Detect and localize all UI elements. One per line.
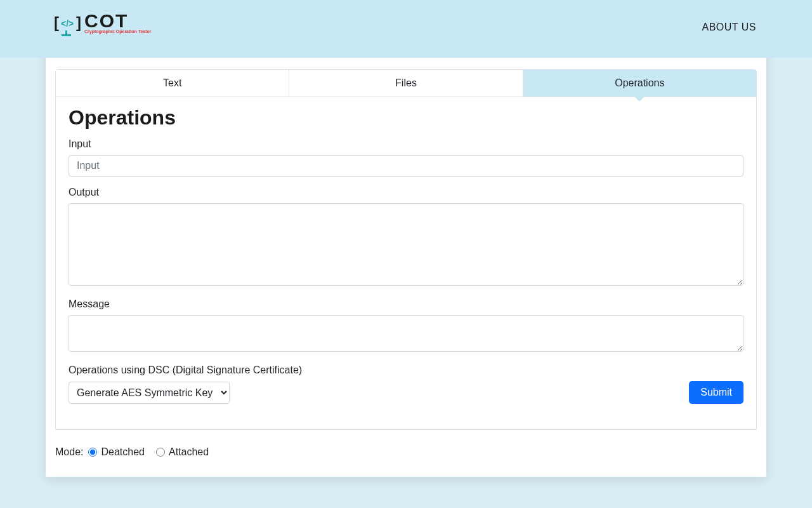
submit-button[interactable]: Submit [689, 381, 743, 404]
output-group: Output [69, 187, 743, 288]
svg-rect-4 [62, 34, 71, 36]
radio-detached-input[interactable] [88, 448, 97, 457]
operations-group: Operations using DSC (Digital Signature … [69, 364, 743, 404]
page-heading: Operations [69, 106, 743, 130]
output-field[interactable] [69, 203, 743, 286]
svg-text:[: [ [54, 14, 59, 31]
operations-label: Operations using DSC (Digital Signature … [69, 364, 743, 376]
radio-attached-input[interactable] [156, 448, 165, 457]
radio-detached[interactable]: Deatched [88, 446, 145, 458]
mode-label: Mode: [55, 446, 83, 458]
mode-row: Mode: Deatched Attached [55, 446, 757, 458]
header: [ </> ] COT Cryptographic Operation Test… [0, 0, 812, 58]
output-label: Output [69, 187, 743, 198]
radio-attached-label: Attached [169, 446, 209, 458]
tab-operations[interactable]: Operations [523, 70, 756, 97]
message-group: Message [69, 298, 743, 354]
radio-detached-label: Deatched [101, 446, 145, 458]
tab-text[interactable]: Text [56, 70, 289, 97]
logo-sub-text: Cryptographic Operation Tester [84, 29, 151, 34]
logo[interactable]: [ </> ] COT Cryptographic Operation Test… [54, 11, 151, 39]
input-label: Input [69, 138, 743, 150]
message-label: Message [69, 298, 743, 310]
operations-select[interactable]: Generate AES Symmetric Key [69, 382, 230, 404]
tab-content: Operations Input Output Message Operatio… [55, 97, 757, 430]
tabs: Text Files Operations [55, 69, 757, 97]
radio-attached[interactable]: Attached [156, 446, 209, 458]
tab-files[interactable]: Files [289, 70, 523, 97]
svg-rect-3 [65, 30, 67, 34]
svg-text:]: ] [76, 14, 81, 31]
logo-icon: [ </> ] [54, 11, 82, 39]
svg-text:</>: </> [61, 18, 74, 29]
logo-main-text: COT [84, 11, 151, 30]
input-group: Input [69, 138, 743, 177]
main-card: Text Files Operations Operations Input O… [46, 49, 766, 477]
nav-about-link[interactable]: ABOUT US [702, 22, 757, 33]
input-field[interactable] [69, 155, 743, 177]
message-field[interactable] [69, 315, 743, 352]
